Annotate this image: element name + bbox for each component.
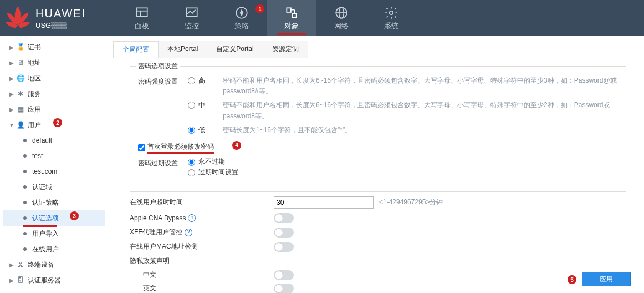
privacy-chinese-label: 中文 [143,270,274,280]
radio-never-expire[interactable] [188,159,195,166]
terminal-icon: 🖧 [16,261,25,269]
password-fieldset: 密码选项设置 密码强度设置 高 密码不能和用户名相同，长度为6~16个字符，且密… [130,66,626,192]
sidebar-item-cert[interactable]: ▶🏅证书 [3,39,105,55]
help-icon[interactable]: ? [185,229,192,236]
nav-policy[interactable]: 策略 1 [217,0,267,36]
sidebar-item-auth-policy[interactable]: 认证策略 [3,195,105,210]
sidebar: ▶🏅证书 ▶🖥地址 ▶🌐地区 ▶✱服务 ▶▦应用 ▼👤用户 2 default … [0,36,105,293]
xff-label: XFF代理用户管控 [130,228,182,236]
nav-system[interactable]: 系统 [366,0,416,36]
nav-object[interactable]: 对象 [267,0,316,36]
radio-mid-label: 中 [198,100,223,110]
nav-dashboard[interactable]: 面板 [117,0,167,36]
toggle-mac-check[interactable] [274,242,294,252]
sidebar-item-user-import[interactable]: 用户导入 [3,226,105,241]
tab-global-config[interactable]: 全局配置 [113,41,159,58]
privacy-label: 隐私政策声明 [130,256,274,266]
gear-icon [384,6,398,20]
checkbox-first-login-label: 首次登录必须修改密码 [147,142,214,154]
nav-network[interactable]: 网络 [316,0,366,36]
tab-resource[interactable]: 资源定制 [263,41,308,58]
tab-custom-portal[interactable]: 自定义Portal [207,41,263,58]
underline [23,225,57,227]
sidebar-item-terminal[interactable]: ▶🖧终端设备 [3,257,105,272]
password-expire-label: 密码过期设置 [138,157,188,168]
content-area: 全局配置 本地Portal 自定义Portal 资源定制 密码选项设置 密码强度… [105,36,644,293]
nav-monitor[interactable]: 监控 [167,0,217,36]
brand-name: HUAWEI [35,7,86,20]
cert-icon: 🏅 [16,43,25,51]
online-timeout-label: 在线用户超时时间 [130,198,274,207]
sidebar-item-region[interactable]: ▶🌐地区 [3,70,105,86]
sidebar-item-auth-option[interactable]: 认证选项 3 [3,210,105,226]
toggle-apple-cna[interactable] [274,213,294,223]
radio-expire-time-label: 过期时间设置 [198,168,238,177]
sidebar-item-test[interactable]: test [3,148,105,164]
radio-high-desc: 密码不能和用户名相同，长度为6~16个字符，且密码必须包含数字、大写字母、小写字… [223,75,618,97]
mac-check-label: 在线用户MAC地址检测 [130,242,274,251]
step-badge-2: 2 [53,118,62,127]
main-area: ▶🏅证书 ▶🖥地址 ▶🌐地区 ▶✱服务 ▶▦应用 ▼👤用户 2 default … [0,36,644,293]
sidebar-item-auth-domain[interactable]: 认证域 [3,179,105,195]
radio-high[interactable] [188,77,195,84]
app-icon: ▦ [16,105,25,113]
radio-low-desc: 密码长度为1~16个字符，且不能仅包含"*"。 [223,125,618,135]
address-icon: 🖥 [16,59,25,67]
apple-cna-label: Apple CNA Bypass [130,214,186,222]
radio-mid-desc: 密码不能和用户名相同，长度为6~16个字符，且密码必须包含数字、大写字母、小写字… [223,100,618,121]
huawei-logo-icon [3,4,32,33]
fieldset-legend: 密码选项设置 [136,62,180,71]
sidebar-item-online-user[interactable]: 在线用户 [3,241,105,257]
top-nav: 面板 监控 策略 1 对象 网络 系统 [117,0,416,36]
svg-rect-0 [137,8,148,16]
radio-expire-time[interactable] [188,169,195,176]
nav-label: 对象 [284,21,299,31]
tab-local-portal[interactable]: 本地Portal [158,41,207,58]
svg-rect-6 [287,8,292,12]
radio-mid[interactable] [188,102,195,109]
sidebar-item-address[interactable]: ▶🖥地址 [3,55,105,70]
globe-icon [334,6,349,20]
object-icon [284,6,299,20]
sidebar-item-testcom[interactable]: test.com [3,164,105,179]
step-badge-4: 4 [232,141,241,150]
toggle-privacy-english[interactable] [274,284,294,293]
svg-marker-5 [240,9,244,16]
sidebar-item-app[interactable]: ▶▦应用 [3,102,105,117]
step-badge-1: 1 [255,4,264,13]
user-icon: 👤 [16,121,25,129]
sidebar-item-user[interactable]: ▼👤用户 2 [3,117,105,133]
radio-low[interactable] [188,127,195,134]
password-strength-label: 密码强度设置 [138,75,188,87]
nav-label: 系统 [384,21,398,31]
nav-label: 监控 [185,21,199,31]
sidebar-item-default[interactable]: default [3,133,105,148]
sidebar-item-service[interactable]: ▶✱服务 [3,86,105,102]
privacy-english-label: 英文 [143,284,274,293]
nav-active-underline [277,33,306,35]
step-badge-3: 3 [70,211,79,220]
sidebar-item-auth-server[interactable]: ▶🗄认证服务器 [3,272,105,288]
service-icon: ✱ [16,90,25,98]
dashboard-icon [135,6,149,20]
nav-label: 网络 [334,21,349,31]
compass-icon [234,6,249,20]
auth-server-icon: 🗄 [16,276,25,284]
device-model: USG▒▒▒ [35,21,86,29]
svg-point-13 [390,11,393,14]
config-tabs: 全局配置 本地Portal 自定义Portal 资源定制 [113,41,636,58]
online-timeout-hint: <1-4294967295>分钟 [379,198,443,207]
top-bar: HUAWEI USG▒▒▒ 面板 监控 策略 1 对象 网络 系统 [0,0,644,36]
toggle-xff[interactable] [274,228,294,238]
checkbox-first-login[interactable] [138,144,145,151]
online-timeout-input[interactable] [274,196,374,209]
nav-label: 策略 [234,21,249,31]
nav-label: 面板 [135,21,149,31]
apply-button[interactable]: 应用 [582,272,631,286]
logo-area: HUAWEI USG▒▒▒ [0,0,91,36]
svg-rect-7 [292,13,297,18]
radio-never-expire-label: 永不过期 [198,157,225,166]
help-icon[interactable]: ? [188,214,196,222]
toggle-privacy-chinese[interactable] [274,270,294,280]
global-config-panel: 密码选项设置 密码强度设置 高 密码不能和用户名相同，长度为6~16个字符，且密… [113,58,636,293]
